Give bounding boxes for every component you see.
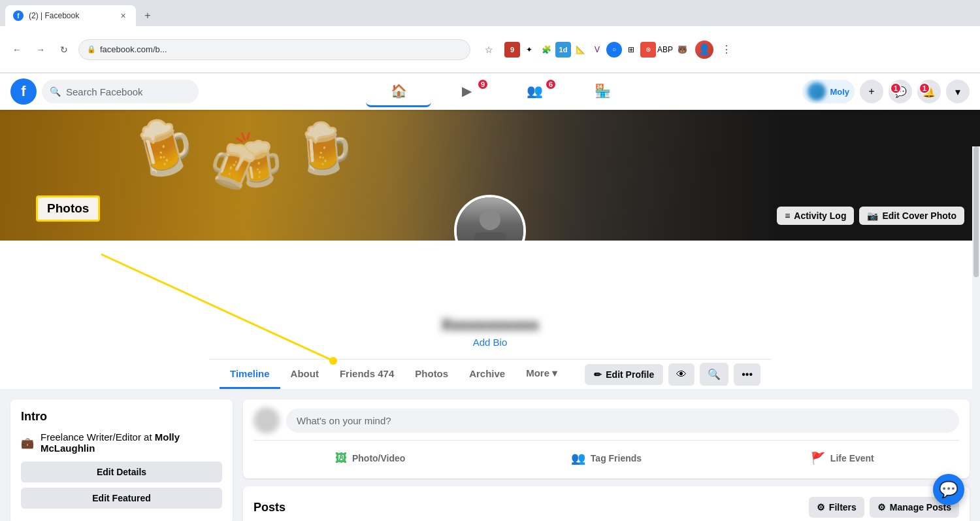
browser-actions: ☆ — [481, 42, 497, 58]
fab-chat-btn[interactable]: 💬 — [933, 474, 964, 505]
edit-cover-label: Edit Cover Photo — [882, 210, 956, 221]
composer-input[interactable]: What's on your mind? — [286, 409, 959, 433]
composer-top: What's on your mind? — [253, 407, 959, 433]
eye-btn[interactable]: 👁 — [668, 363, 694, 386]
cover-decoration-2: 🍻 — [204, 124, 288, 204]
watch-icon: ▶ — [462, 83, 472, 99]
chevron-down-icon: ▾ — [955, 86, 960, 98]
fb-add-btn[interactable]: + — [860, 80, 883, 103]
tag-friends-label: Tag Friends — [591, 453, 642, 463]
ext-9[interactable]: ⊗ — [640, 42, 656, 58]
photo-video-label: Photo/Video — [352, 453, 405, 463]
intro-title: Intro — [21, 410, 222, 424]
ext-11[interactable]: 🐻 — [674, 42, 690, 58]
profile-nav-about[interactable]: About — [280, 360, 329, 389]
activity-log-icon: ≡ — [785, 210, 790, 221]
ext-5[interactable]: 📐 — [572, 42, 588, 58]
home-icon: 🏠 — [391, 83, 407, 99]
fb-logo[interactable]: f — [10, 78, 37, 105]
activity-log-label: Activity Log — [794, 210, 846, 221]
ext-10[interactable]: ABP — [657, 42, 673, 58]
nav-profile-name: Moly — [830, 87, 849, 97]
fb-search[interactable]: 🔍 Search Facebook — [42, 80, 199, 103]
back-btn[interactable]: ← — [8, 41, 26, 59]
fb-navbar: f 🔍 Search Facebook 🏠 ▶ 9 👥 6 🏪 — [0, 73, 980, 110]
tag-friends-btn[interactable]: 👥 Tag Friends — [489, 446, 723, 471]
left-col: Intro 💼 Freelance Writer/Editor at Molly… — [10, 399, 233, 521]
chrome-menu-btn[interactable]: ⋮ — [719, 43, 734, 56]
ext-2[interactable]: ✦ — [521, 42, 537, 58]
profile-content: Intro 💼 Freelance Writer/Editor at Molly… — [0, 389, 980, 521]
filters-btn[interactable]: ⚙ Filters — [809, 497, 864, 518]
groups-badge: 6 — [545, 78, 557, 90]
photo-video-btn[interactable]: 🖼 Photo/Video — [253, 446, 487, 471]
edit-profile-btn[interactable]: ✏ Edit Profile — [585, 364, 663, 385]
cover-photo: 🍺 🍻 🍺 📷 ≡ — [0, 110, 980, 241]
nav-home[interactable]: 🏠 — [366, 76, 431, 107]
life-event-btn[interactable]: 🚩 Life Event — [726, 446, 959, 471]
posts-title: Posts — [253, 501, 286, 514]
browser-chrome: f (2) | Facebook ✕ + ← → ↻ 🔒 facebook.co… — [0, 0, 980, 73]
bookmark-star-btn[interactable]: ☆ — [481, 42, 497, 58]
add-bio-btn[interactable]: Add Bio — [473, 337, 508, 348]
profile-nav-timeline[interactable]: Timeline — [220, 360, 280, 389]
new-tab-btn[interactable]: + — [139, 7, 157, 25]
posts-header: Posts ⚙ Filters ⚙ Manage Posts — [253, 497, 959, 518]
post-composer: What's on your mind? 🖼 Photo/Video 👥 Tag… — [243, 399, 970, 479]
profile-nav-archive[interactable]: Archive — [459, 360, 515, 389]
edit-featured-btn[interactable]: Edit Featured — [21, 488, 222, 509]
profile-nav-bar: Timeline About Friends 474 Photos Archiv… — [209, 359, 771, 389]
activity-log-btn[interactable]: ≡ Activity Log — [777, 207, 854, 225]
profile-area: 🍺 🍻 🍺 📷 ≡ — [0, 110, 980, 389]
chrome-profile-btn[interactable]: 👤 — [695, 41, 713, 59]
ext-1[interactable]: 9 — [504, 42, 520, 58]
ext-4[interactable]: 1d — [555, 42, 571, 58]
forward-btn[interactable]: → — [31, 41, 50, 59]
nav-watch[interactable]: ▶ 9 — [434, 76, 499, 107]
fb-menu-btn[interactable]: ▾ — [946, 80, 970, 103]
cover-buttons: ≡ Activity Log 📷 Edit Cover Photo — [769, 199, 972, 233]
manage-posts-icon: ⚙ — [877, 502, 886, 513]
facebook-tab[interactable]: f (2) | Facebook ✕ — [5, 5, 136, 26]
ext-3[interactable]: 🧩 — [538, 42, 554, 58]
cover-decoration: 🍺 — [124, 110, 203, 185]
more-chevron-icon: ▾ — [552, 367, 557, 378]
profile-nav-friends[interactable]: Friends 474 — [329, 360, 404, 389]
work-icon: 💼 — [21, 436, 34, 449]
fb-messenger-btn[interactable]: 💬 1 — [889, 80, 912, 103]
ellipsis-icon: ••• — [742, 369, 753, 380]
search-placeholder: Search Facebook — [66, 86, 143, 97]
fab-icon: 💬 — [939, 480, 958, 499]
reload-btn[interactable]: ↻ — [55, 41, 73, 59]
composer-actions: 🖼 Photo/Video 👥 Tag Friends 🚩 Life Event — [253, 446, 959, 471]
composer-avatar — [253, 407, 280, 433]
pencil-icon: ✏ — [594, 369, 602, 380]
more-options-btn[interactable]: ••• — [734, 363, 760, 386]
profile-nav-photos[interactable]: Photos — [404, 360, 459, 389]
edit-details-btn[interactable]: Edit Details — [21, 462, 222, 482]
tab-close-btn[interactable]: ✕ — [118, 10, 128, 21]
nav-groups[interactable]: 👥 6 — [502, 76, 567, 107]
cover-decoration-3: 🍺 — [291, 117, 357, 180]
messenger-badge: 1 — [890, 82, 902, 94]
tab-bar: f (2) | Facebook ✕ + — [0, 0, 980, 26]
search-profile-btn[interactable]: 🔍 — [700, 363, 728, 386]
avatar-head — [480, 209, 500, 230]
ext-7[interactable]: ○ — [606, 42, 622, 58]
fb-profile-nav[interactable]: Moly — [802, 80, 855, 103]
life-event-icon: 🚩 — [811, 451, 825, 465]
ext-8[interactable]: ⊞ — [623, 42, 639, 58]
intro-work-item: 💼 Freelance Writer/Editor at Molly McLau… — [21, 431, 222, 454]
nav-marketplace[interactable]: 🏪 — [570, 76, 635, 107]
profile-nav-actions: ✏ Edit Profile 👁 🔍 ••• — [585, 363, 760, 386]
extension-icons: 9 ✦ 🧩 1d 📐 V ○ ⊞ ⊗ ABP 🐻 — [504, 42, 690, 58]
address-input[interactable]: 🔒 facebook.com/b... — [78, 39, 470, 60]
profile-nav-more[interactable]: More ▾ — [515, 360, 568, 389]
scrollbar-thumb[interactable] — [973, 146, 979, 277]
scrollbar[interactable] — [972, 146, 980, 521]
right-col: What's on your mind? 🖼 Photo/Video 👥 Tag… — [243, 399, 970, 521]
ext-6[interactable]: V — [589, 42, 605, 58]
fb-notifications-btn[interactable]: 🔔 1 — [917, 80, 941, 103]
edit-cover-btn[interactable]: 📷 Edit Cover Photo — [859, 207, 964, 225]
tag-friends-icon: 👥 — [571, 451, 585, 465]
